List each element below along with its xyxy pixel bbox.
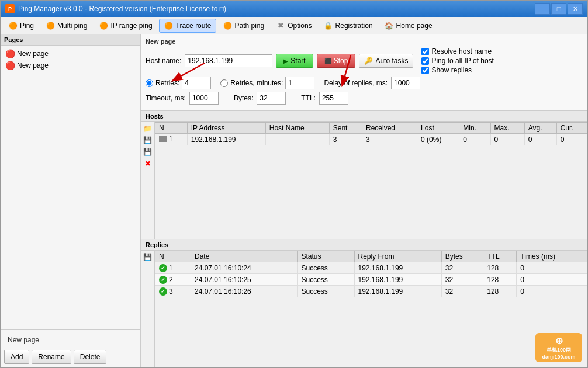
timeout-input[interactable] <box>189 92 219 105</box>
menu-options[interactable]: ✖ Options <box>271 19 317 33</box>
hosts-delete-btn[interactable]: ✖ <box>143 158 153 169</box>
delete-button[interactable]: Delete <box>74 350 107 364</box>
reply-date: 24.07.01 16:10:24 <box>191 262 298 274</box>
retries-minutes-input[interactable] <box>285 77 314 89</box>
reply-col-times: Times (ms) <box>517 251 587 262</box>
resolve-host-checkbox[interactable] <box>421 48 429 55</box>
menu-ip-range-label: IP range ping <box>110 22 152 30</box>
sidebar-item-label-2: New page <box>17 61 49 70</box>
host-lost: 0 (0%) <box>417 134 459 145</box>
host-max: 0 <box>490 134 524 145</box>
trace-route-icon: 🟠 <box>164 21 174 30</box>
replies-save-btn[interactable]: 💾 <box>143 252 153 262</box>
watermark-inner: ⊕ 单机100网 danji100.com <box>535 333 582 362</box>
replies-section: Replies 💾 N Date Status Repl <box>141 239 587 367</box>
hosts-section: Hosts 📁 💾 💾 ✖ N IP Address <box>141 111 587 239</box>
reply-col-status: Status <box>298 251 354 262</box>
reply-times: 0 <box>517 286 587 297</box>
main-panel: New page Host name: ▶ Start ⬛ Stop 🔑 <box>141 34 587 367</box>
menu-ping[interactable]: 🟠 Ping <box>3 19 39 33</box>
menu-home-page-label: Home page <box>396 22 433 30</box>
reply-col-ttl: TTL <box>483 251 517 262</box>
page-icon-2: 🔴 <box>5 61 15 70</box>
retries-input[interactable] <box>182 77 211 89</box>
show-replies-label: Show replies <box>431 66 472 74</box>
reply-status: Success <box>298 286 354 297</box>
reply-col-n: N <box>155 251 191 262</box>
menu-multi-ping[interactable]: 🟠 Multi ping <box>40 19 92 33</box>
retries-minutes-label: Retries, minutes: <box>230 79 283 87</box>
window-title: Ping Manager v3.0.0 - Registered version… <box>18 5 226 13</box>
reply-bytes: 32 <box>441 286 483 297</box>
new-page-header: New page <box>146 38 583 45</box>
close-button[interactable]: ✕ <box>568 3 583 15</box>
checkbox-group: Resolve host name Ping to all IP of host… <box>421 47 494 74</box>
hosts-save-btn[interactable]: 💾 <box>143 135 153 145</box>
reply-col-bytes: Bytes <box>441 251 483 262</box>
host-n: 1 <box>155 134 188 145</box>
content-area: Pages 🔴 New page 🔴 New page New page Add… <box>1 34 587 367</box>
delay-input[interactable] <box>391 77 420 89</box>
bytes-input[interactable] <box>257 92 286 105</box>
maximize-button[interactable]: □ <box>551 3 566 15</box>
hosts-folder-btn[interactable]: 📁 <box>143 123 153 134</box>
ping-all-ip-label: Ping to all IP of host <box>431 57 494 65</box>
reply-col-from: Reply From <box>354 251 441 262</box>
sidebar-item-1[interactable]: 🔴 New page <box>3 48 138 60</box>
host-hostname <box>265 134 329 145</box>
add-button[interactable]: Add <box>4 350 29 364</box>
title-bar-left: P Ping Manager v3.0.0 - Registered versi… <box>5 4 226 13</box>
reply-from: 192.168.1.199 <box>354 286 441 297</box>
show-replies-checkbox[interactable] <box>421 67 429 74</box>
reply-times: 0 <box>517 262 587 274</box>
menu-ip-range-ping[interactable]: 🟠 IP range ping <box>94 19 157 33</box>
ping-icon: 🟠 <box>8 21 18 30</box>
stop-button[interactable]: ⬛ Stop <box>317 54 356 68</box>
main-window: P Ping Manager v3.0.0 - Registered versi… <box>0 0 588 368</box>
menu-home-page[interactable]: 🏠 Home page <box>379 19 438 33</box>
menu-registration-label: Registration <box>335 22 373 30</box>
table-row[interactable]: ✓1 24.07.01 16:10:24 Success 192.168.1.1… <box>155 262 587 274</box>
registration-icon: 🔒 <box>324 21 333 30</box>
col-cur: Cur. <box>556 123 587 134</box>
watermark: ⊕ 单机100网 danji100.com <box>535 333 582 362</box>
reply-bytes: 32 <box>441 274 483 286</box>
retries-radio[interactable] <box>146 79 153 87</box>
menu-registration[interactable]: 🔒 Registration <box>319 19 378 33</box>
start-button[interactable]: ▶ Start <box>276 54 313 68</box>
page-icon-1: 🔴 <box>5 49 15 58</box>
host-min: 0 <box>459 134 490 145</box>
ttl-input[interactable] <box>319 92 348 105</box>
replies-toolbar: 💾 <box>141 251 155 367</box>
resolve-host-label: Resolve host name <box>431 47 492 55</box>
table-row[interactable]: ✓3 24.07.01 16:10:26 Success 192.168.1.1… <box>155 286 587 297</box>
auto-tasks-button[interactable]: 🔑 Auto tasks <box>359 54 413 68</box>
hosts-save2-btn[interactable]: 💾 <box>143 147 153 157</box>
sidebar-item-2[interactable]: 🔴 New page <box>3 60 138 71</box>
menu-options-label: Options <box>288 22 312 30</box>
hosts-table: N IP Address Host Name Sent Received Los… <box>155 122 587 145</box>
sidebar-header: Pages <box>1 34 140 46</box>
replies-header-row: N Date Status Reply From Bytes TTL Times… <box>155 251 587 262</box>
menu-trace-route[interactable]: 🟠 Trace route <box>159 19 217 33</box>
retries-minutes-radio[interactable] <box>220 79 228 87</box>
col-n: N <box>155 123 188 134</box>
host-cur: 0 <box>556 134 587 145</box>
menu-path-ping-label: Path ping <box>234 22 264 30</box>
path-ping-icon: 🟠 <box>223 21 232 30</box>
reply-status: Success <box>298 262 354 274</box>
reply-from: 192.168.1.199 <box>354 262 441 274</box>
host-name-input[interactable] <box>185 54 272 67</box>
minimize-button[interactable]: ─ <box>535 3 550 15</box>
sidebar-new-page-label: New page <box>4 334 137 346</box>
ip-range-icon: 🟠 <box>99 21 108 30</box>
host-avg: 0 <box>524 134 556 145</box>
menu-path-ping[interactable]: 🟠 Path ping <box>217 19 269 33</box>
table-row[interactable]: ✓2 24.07.01 16:10:25 Success 192.168.1.1… <box>155 274 587 286</box>
ping-all-ip-checkbox[interactable] <box>421 57 429 65</box>
rename-button[interactable]: Rename <box>32 350 71 364</box>
replies-table-container: N Date Status Reply From Bytes TTL Times… <box>155 251 587 367</box>
table-row[interactable]: 1 192.168.1.199 3 3 0 (0%) 0 0 0 0 <box>155 134 587 145</box>
bytes-label: Bytes: <box>234 94 253 102</box>
options-icon: ✖ <box>276 21 285 30</box>
